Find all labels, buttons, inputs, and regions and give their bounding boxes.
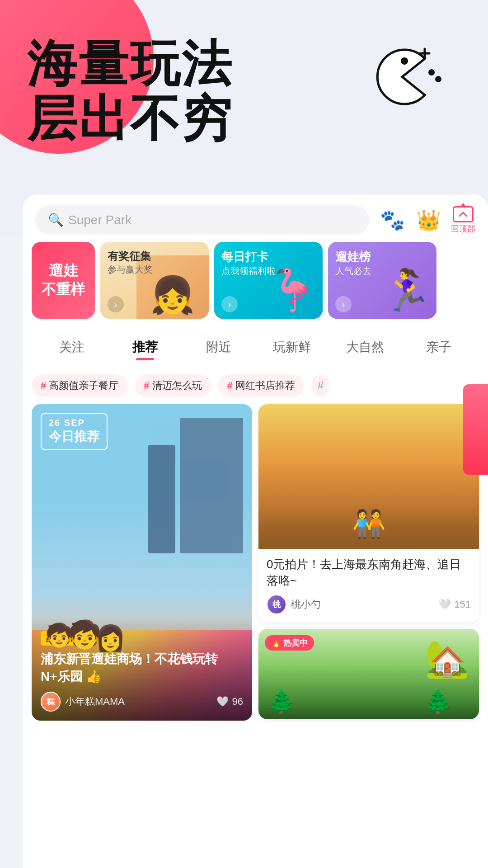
hero-title-block: 海量玩法 层出不穷: [27, 36, 233, 146]
hero-title-line1: 海量玩法: [27, 36, 233, 91]
search-icon: 🔍: [48, 212, 64, 227]
banner-card-1-text: 遛娃不重样: [42, 261, 85, 299]
author-name-right-top: 桃小勺: [291, 598, 321, 611]
search-bar-row: 🔍 Super Park 🐾 👑 回顶部: [23, 194, 488, 242]
right-top-card[interactable]: 🧑‍🤝‍🧑 0元拍片！去上海最东南角赶海、追日落咯~ 桃 桃小勺 🤍 151: [258, 404, 479, 623]
card-left-title: 浦东新晋遛娃商场！不花钱玩转N+乐园 👍: [41, 650, 243, 685]
hot-label: 热卖中: [283, 637, 308, 648]
right-top-card-footer: 桃 桃小勺 🤍 151: [267, 594, 471, 614]
banner-card-4-subtitle: 人气必去: [335, 265, 371, 277]
banner-card-2-arrow: ›: [108, 296, 124, 312]
banner-card-3-text: 每日打卡 点我领福利啦: [221, 249, 276, 277]
tag-pill-3[interactable]: # 网红书店推荐: [218, 374, 304, 397]
hero-title-line2: 层出不穷: [27, 91, 233, 146]
right-bottom-card[interactable]: 🏡 🌲 🌲 🔥 热卖中: [258, 629, 479, 719]
fire-icon: 🔥: [271, 638, 281, 648]
card-left-author: 糕 小年糕MAMA: [41, 692, 125, 712]
banner-card-2-title: 有奖征集: [108, 249, 153, 264]
svg-point-0: [401, 57, 408, 65]
left-column: 🧒 🧒 👩 26 SEP 今日推荐 晶耀前滩 浦东新晋遛娃商场！不花钱玩转N+乐…: [32, 404, 252, 721]
right-top-card-title: 0元拍片！去上海最东南角赶海、追日落咯~: [267, 556, 471, 589]
banner-card-2[interactable]: 有奖征集 参与赢大奖 👧 ›: [100, 242, 209, 319]
banner-card-4-text: 遛娃榜 人气必去: [335, 249, 371, 277]
search-bar[interactable]: 🔍 Super Park: [35, 205, 370, 235]
banner-card-4-title: 遛娃榜: [335, 249, 371, 265]
tag-pill-more[interactable]: #: [311, 375, 330, 396]
tag-hash-2: #: [144, 380, 149, 392]
pacman-icon: [371, 45, 443, 110]
crown-icon[interactable]: 👑: [415, 207, 442, 234]
banner-card-3-subtitle: 点我领福利啦: [221, 265, 276, 277]
heart-icon-right-top: 🤍: [438, 599, 450, 610]
likes-count-left: 96: [232, 696, 243, 708]
tab-nearby[interactable]: 附近: [182, 332, 255, 362]
author-name-left: 小年糕MAMA: [65, 695, 125, 708]
hot-badge: 🔥 热卖中: [265, 635, 314, 651]
tag-label-3: 网红书店推荐: [235, 379, 295, 392]
magic-icon[interactable]: 🐾: [379, 207, 406, 234]
right-top-author: 桃 桃小勺: [267, 594, 321, 614]
card-left-footer: 糕 小年糕MAMA 🤍 96: [41, 692, 243, 712]
tab-nature[interactable]: 大自然: [328, 332, 402, 362]
banner-card-4[interactable]: 遛娃榜 人气必去 🏃‍♀️ ›: [328, 242, 436, 319]
card-date-badge: 26 SEP 今日推荐: [41, 413, 108, 450]
tag-more-icon: #: [318, 379, 324, 392]
card-date-top: 26 SEP: [49, 418, 99, 428]
banner-card-3-arrow: ›: [221, 296, 238, 312]
banner-card-3-title: 每日打卡: [221, 249, 276, 265]
building-decoration: [180, 418, 243, 553]
tag-pill-2[interactable]: # 清迈怎么玩: [135, 374, 211, 397]
banner-card-2-subtitle: 参与赢大奖: [108, 264, 153, 276]
tab-fresh[interactable]: 玩新鲜: [255, 332, 328, 362]
svg-point-4: [435, 76, 441, 82]
bookmark-tab[interactable]: [463, 384, 488, 475]
right-top-likes: 🤍 151: [438, 599, 471, 610]
tab-recommend[interactable]: 推荐: [108, 332, 182, 362]
likes-count-right-top: 151: [454, 599, 471, 610]
tag-label-1: 高颜值亲子餐厅: [49, 379, 118, 392]
svg-point-3: [428, 69, 435, 75]
banner-row: 遛娃不重样 有奖征集 参与赢大奖 👧 › 每日打卡 点我领福利啦: [23, 242, 488, 328]
card-left-likes: 🤍 96: [216, 696, 243, 708]
tag-pill-1[interactable]: # 高颜值亲子餐厅: [32, 374, 127, 397]
tab-follow[interactable]: 关注: [35, 332, 108, 362]
author-avatar-left: 糕: [41, 692, 61, 712]
nav-tabs: 关注 推荐 附近 玩新鲜 大自然 亲子: [23, 328, 488, 367]
content-grid: 🧒 🧒 👩 26 SEP 今日推荐 晶耀前滩 浦东新晋遛娃商场！不花钱玩转N+乐…: [23, 404, 488, 730]
header-icons: 🐾 👑 回顶部: [379, 206, 475, 234]
banner-card-4-arrow: ›: [335, 296, 352, 312]
tag-hash-3: #: [227, 380, 233, 392]
tag-row: # 高颜值亲子餐厅 # 清迈怎么玩 # 网红书店推荐 #: [23, 367, 488, 404]
left-big-card[interactable]: 🧒 🧒 👩 26 SEP 今日推荐 晶耀前滩 浦东新晋遛娃商场！不花钱玩转N+乐…: [32, 404, 252, 721]
banner-card-1[interactable]: 遛娃不重样: [32, 242, 95, 319]
right-column: 🧑‍🤝‍🧑 0元拍片！去上海最东南角赶海、追日落咯~ 桃 桃小勺 🤍 151: [258, 404, 479, 721]
banner-card-2-text: 有奖征集 参与赢大奖: [108, 249, 153, 276]
author-avatar-right-top: 桃: [267, 594, 286, 614]
back-to-top-button[interactable]: 回顶部: [451, 206, 475, 234]
tag-hash-1: #: [41, 380, 46, 392]
tag-label-2: 清迈怎么玩: [152, 379, 202, 392]
right-bottom-card-image: 🏡 🌲 🌲 🔥 热卖中: [258, 629, 479, 719]
back-to-top-label: 回顶部: [451, 223, 475, 234]
tab-family[interactable]: 亲子: [402, 332, 475, 362]
card-date-bottom: 今日推荐: [49, 428, 99, 445]
banner-card-3[interactable]: 每日打卡 点我领福利啦 🦩 ›: [214, 242, 323, 319]
back-to-top-icon: [453, 206, 474, 222]
search-placeholder: Super Park: [68, 213, 131, 227]
app-card: 🔍 Super Park 🐾 👑 回顶部 遛娃不重样: [23, 194, 488, 868]
right-top-card-content: 0元拍片！去上海最东南角赶海、追日落咯~ 桃 桃小勺 🤍 151: [258, 549, 479, 623]
heart-icon-left: 🤍: [216, 696, 229, 708]
right-top-card-image: 🧑‍🤝‍🧑: [258, 404, 479, 549]
